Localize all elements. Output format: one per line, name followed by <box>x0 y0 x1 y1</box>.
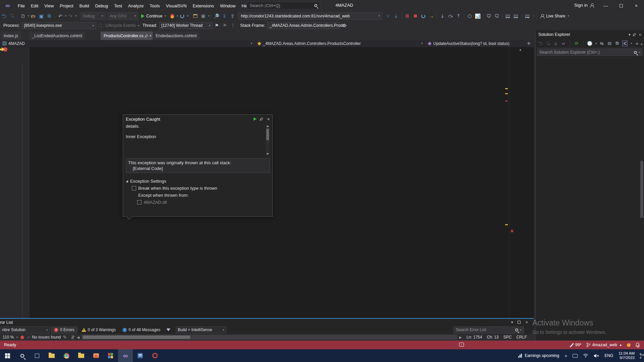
continue-execution-icon[interactable] <box>254 117 257 121</box>
breakpoint-gutter[interactable] <box>0 47 30 318</box>
menu-extensions[interactable]: Extensions <box>190 2 217 10</box>
tab-endedauctions-cshtml[interactable]: Endedauctions.cshtml <box>153 32 200 40</box>
zoom-dropdown[interactable]: 110 % <box>3 335 14 340</box>
pending-edits-indicator[interactable]: 99* <box>572 343 582 347</box>
menu-tools[interactable]: Tools <box>147 2 163 10</box>
hex-display-icon[interactable]: ⬡ <box>466 12 473 20</box>
gear-icon[interactable]: ⚙ <box>340 22 348 29</box>
bookmark-icon[interactable]: 🕮 <box>504 12 512 20</box>
step-over-icon[interactable]: ⤼ <box>447 12 454 20</box>
publish-icon[interactable]: ↑ <box>459 343 464 347</box>
window-menu-icon[interactable]: ▾ <box>629 33 631 37</box>
redo-icon[interactable]: ↷ <box>67 12 74 20</box>
language-indicator[interactable]: ENG <box>604 353 613 358</box>
menu-build[interactable]: Build <box>76 2 92 10</box>
menu-test[interactable]: Test <box>111 2 125 10</box>
action-center-button[interactable]: 4 <box>640 353 641 358</box>
pin-icon[interactable] <box>633 33 636 36</box>
sign-in-button[interactable]: Sign in <box>574 3 594 8</box>
live-share-button[interactable]: Live Share ▾ <box>540 14 569 18</box>
scope-dropdown[interactable]: ntire Solution▾ <box>0 326 50 334</box>
collapse-all-icon[interactable]: ⊟ <box>607 41 612 46</box>
save-icon[interactable]: ▣ <box>38 12 45 20</box>
bookmark-prev-icon[interactable]: 🕮 <box>512 12 520 20</box>
document-health-icon[interactable] <box>20 336 24 339</box>
volume-muted-icon[interactable] <box>594 354 599 358</box>
file-explorer-icon[interactable] <box>44 349 59 362</box>
sync-status-icon[interactable] <box>627 343 631 347</box>
hot-reload-icon[interactable] <box>168 12 176 20</box>
popup-scrollbar[interactable] <box>266 125 270 156</box>
menu-project[interactable]: Project <box>57 2 76 10</box>
module-checkbox[interactable]: 4MAZAD.dll <box>137 200 270 205</box>
tray-expand-icon[interactable]: ∧ <box>565 354 567 358</box>
horizontal-scrollbar[interactable] <box>82 335 457 340</box>
step-into-icon[interactable]: ⤓ <box>439 12 446 20</box>
lifecycle-events-dropdown[interactable]: Lifecycle Events <box>106 23 136 28</box>
branch-indicator[interactable]: 4mazad_web ▲ <box>586 343 622 347</box>
overflow-icon[interactable]: » <box>634 41 640 46</box>
new-project-icon[interactable]: 🗋 <box>19 12 27 20</box>
pending-changes-filter-icon[interactable]: 🕐 <box>587 41 592 46</box>
sync-with-active-document-icon[interactable]: ⑆ <box>622 41 628 46</box>
thread-dropdown[interactable]: [12740] Worker Thread▾ <box>159 22 213 29</box>
minimap-collapse-icon[interactable]: ▲ <box>519 48 522 51</box>
open-file-icon[interactable]: 🗁 <box>30 12 37 20</box>
navigate-down-icon[interactable]: ⇩ <box>221 12 228 20</box>
solution-explorer-titlebar[interactable]: Solution Explorer ▾ × <box>536 30 644 39</box>
break-on-thrown-checkbox[interactable]: Break when this exception type is thrown <box>132 186 270 191</box>
menu-window[interactable]: Window <box>217 2 238 10</box>
menu-debug[interactable]: Debug <box>92 2 111 10</box>
warnings-filter-button[interactable]: 0 of 3 Warnings <box>79 326 119 334</box>
solution-configuration-dropdown[interactable]: Debug▾ <box>80 12 105 20</box>
flag-grey-icon[interactable]: ⚑ <box>221 22 228 29</box>
continue-button[interactable]: Continue ▾ <box>141 14 166 18</box>
pull-icon[interactable]: ⇣ <box>392 12 400 20</box>
scroll-up-icon[interactable] <box>266 125 269 127</box>
restart-app-icon[interactable] <box>178 12 186 20</box>
solution-platform-dropdown[interactable]: Any CPU▾ <box>107 12 138 20</box>
spaces-indicator[interactable]: SPC <box>503 335 512 340</box>
properties-icon[interactable]: ⧉ <box>614 41 620 46</box>
notepad-app-icon[interactable] <box>133 349 148 362</box>
errors-filter-button[interactable]: × 0 Errors <box>51 326 77 334</box>
scroll-left-icon[interactable]: ◀ <box>77 336 79 339</box>
suspend-icon[interactable]: ⌇ <box>229 22 236 29</box>
close-icon[interactable]: × <box>267 117 270 122</box>
visual-studio-taskbar-icon[interactable]: ∞ <box>118 349 133 362</box>
scroll-thumb[interactable] <box>640 161 643 218</box>
stop-debugging-icon[interactable] <box>412 12 419 20</box>
process-dropdown[interactable]: [8540] iisexpress.exe▾ <box>22 22 96 29</box>
close-icon[interactable]: × <box>149 33 152 38</box>
solution-explorer-search-input[interactable]: Search Solution Explorer (Ctrl+;) ▾ <box>537 49 643 56</box>
filter-icon[interactable] <box>166 328 170 331</box>
restart-debug-icon[interactable] <box>420 12 427 20</box>
browse-with-icon[interactable]: 🗔 <box>192 12 199 20</box>
source-filter-dropdown[interactable]: Build + IntelliSense▾ <box>176 326 226 334</box>
breadcrumb-project[interactable]: 4MAZAD ▾ <box>0 40 255 47</box>
forward-icon[interactable]: ⮎ <box>545 41 551 46</box>
refresh-icon[interactable]: ⟳ <box>574 41 579 46</box>
undo-icon[interactable]: ↶ <box>57 12 64 20</box>
scrollbar-thumb[interactable] <box>83 336 190 339</box>
menu-visualsvn[interactable]: VisualSVN <box>163 2 190 10</box>
exception-settings-header[interactable]: Exception Settings <box>126 179 270 184</box>
window-layout-icon[interactable]: ⊞ <box>200 12 207 20</box>
menu-edit[interactable]: Edit <box>28 2 41 10</box>
quick-search-input[interactable]: Search (Ctrl+Q) <box>247 2 320 9</box>
code-editor[interactable]: ▲ Exception Caught × details. Inner Exce… <box>0 47 534 318</box>
error-list-titlebar[interactable]: ror List ▾ × <box>0 319 534 326</box>
news-widget[interactable]: Earnings upcoming <box>518 353 559 358</box>
chrome-icon[interactable] <box>59 349 74 362</box>
maximize-panel-icon[interactable] <box>518 321 521 324</box>
breadcrumb-member[interactable]: UpdateAuctiveStatus(long? id, bool statu… <box>425 40 512 47</box>
break-all-icon[interactable] <box>404 12 411 20</box>
diagnostics-icon[interactable]: 📊 <box>474 12 481 20</box>
uncomment-icon[interactable]: 🗨 <box>493 12 500 20</box>
menu-view[interactable]: View <box>41 2 57 10</box>
bookmark-clear-icon[interactable]: 🕮 <box>524 12 531 20</box>
photos-app-icon[interactable] <box>103 349 118 362</box>
navigate-back-icon[interactable]: ⮌ <box>0 12 8 20</box>
close-button[interactable]: × <box>629 0 644 11</box>
display-icon[interactable] <box>573 354 578 358</box>
